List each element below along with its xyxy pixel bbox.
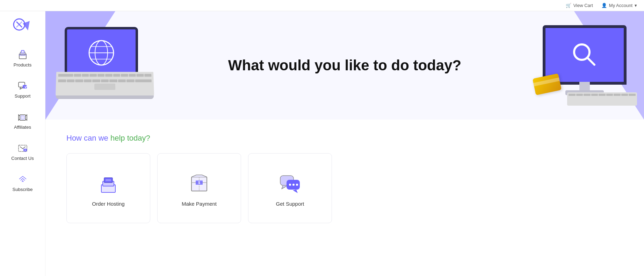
get-support-label: Get Support xyxy=(276,201,304,207)
help-title: How can we help today? xyxy=(66,134,623,143)
main-content: What would you like to do today? xyxy=(45,11,644,276)
sidebar: Products Support Affiliates xyxy=(0,11,45,276)
sidebar-item-support[interactable]: Support xyxy=(0,75,45,104)
svg-text:$: $ xyxy=(198,181,200,185)
my-account-label: My Account xyxy=(609,3,632,8)
logo[interactable] xyxy=(12,18,33,36)
hero-deco-right xyxy=(525,11,644,120)
hero-deco-left xyxy=(45,11,164,120)
svg-point-33 xyxy=(289,184,291,186)
sidebar-item-subscribe-label: Subscribe xyxy=(13,187,33,192)
layout: Products Support Affiliates xyxy=(0,11,644,276)
subscribe-icon xyxy=(17,174,28,185)
support-icon xyxy=(17,80,28,91)
svg-line-21 xyxy=(587,58,594,65)
help-title-part1: How can we xyxy=(66,134,108,142)
help-title-part2: help today? xyxy=(110,134,150,142)
svg-rect-7 xyxy=(19,54,27,56)
make-payment-card[interactable]: $ Make Payment xyxy=(157,153,241,223)
sidebar-item-products-label: Products xyxy=(14,62,31,68)
sidebar-item-subscribe[interactable]: Subscribe xyxy=(0,169,45,197)
affiliates-icon xyxy=(17,111,28,122)
contact-icon xyxy=(17,142,28,154)
service-cards-row: Order Hosting xyxy=(66,153,623,223)
svg-rect-11 xyxy=(21,116,24,119)
hero-section: What would you like to do today? xyxy=(45,11,644,120)
account-icon: 👤 xyxy=(601,3,607,8)
hero-title: What would you like to do today? xyxy=(228,57,461,74)
svg-point-34 xyxy=(292,184,295,186)
order-hosting-card[interactable]: Order Hosting xyxy=(66,153,150,223)
svg-rect-25 xyxy=(106,179,111,181)
sidebar-item-support-label: Support xyxy=(15,93,31,99)
svg-point-35 xyxy=(296,184,298,186)
products-icon xyxy=(17,49,28,60)
topbar: 🛒 View Cart 👤 My Account ▾ xyxy=(0,0,644,11)
get-support-icon xyxy=(277,170,303,195)
svg-rect-5 xyxy=(21,50,24,53)
view-cart-link[interactable]: 🛒 View Cart xyxy=(566,3,593,8)
cart-icon: 🛒 xyxy=(566,3,571,8)
make-payment-label: Make Payment xyxy=(182,201,217,207)
get-support-card[interactable]: Get Support xyxy=(248,153,332,223)
sidebar-item-products[interactable]: Products xyxy=(0,44,45,72)
sidebar-item-affiliates-label: Affiliates xyxy=(14,125,31,130)
svg-point-14 xyxy=(24,150,26,151)
sidebar-item-contact-label: Contact Us xyxy=(11,156,34,161)
sidebar-item-affiliates[interactable]: Affiliates xyxy=(0,106,45,135)
help-section: How can we help today? xyxy=(45,120,644,237)
order-hosting-label: Order Hosting xyxy=(92,201,124,207)
my-account-link[interactable]: 👤 My Account ▾ xyxy=(601,3,637,8)
svg-rect-6 xyxy=(20,52,26,54)
chevron-down-icon: ▾ xyxy=(635,3,637,8)
make-payment-icon: $ xyxy=(187,170,212,195)
order-hosting-icon xyxy=(96,170,121,195)
view-cart-label: View Cart xyxy=(573,3,593,8)
sidebar-item-contact[interactable]: Contact Us xyxy=(0,137,45,166)
